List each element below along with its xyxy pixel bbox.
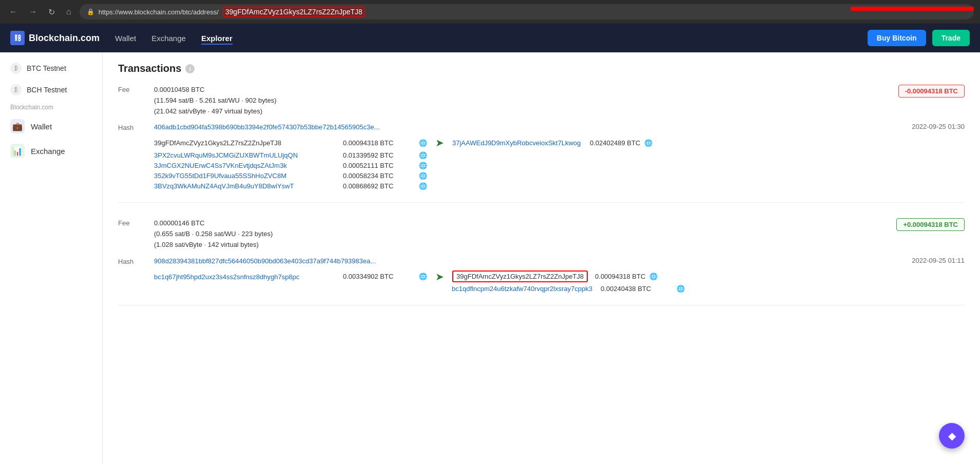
forward-button[interactable]: → [26,6,40,17]
browser-chrome: ← → ↻ ⌂ 🔒 https://www.blockchain.com/btc… [0,0,980,24]
tx1-fee-detail2: (21.042 sat/vByte · 497 virtual bytes) [154,106,276,117]
tx1-hash-link[interactable]: 406adb1cbd904fa5398b690bb3394e2f0fe57430… [154,123,380,131]
lock-icon: 🔒 [87,8,94,15]
tx1-input-1-addr[interactable]: 3PX2cvuLWRquM9sJCMGiZUXBWTmULUjqQN [154,151,298,159]
tx2-input-0-addr[interactable]: bc1q67jht95hpd2uxz3s4ss2snfnsz8dhygh7sp8… [154,273,299,281]
info-icon: i [185,64,195,73]
transaction-block-1: Fee 0.00010458 BTC (11.594 sat/B · 5.261… [118,85,965,203]
tx2-hash-link[interactable]: 908d28394381bbf827dfc56446050b90bd063e40… [154,257,376,265]
tx2-hash-row: Hash 908d28394381bbf827dfc56446050b90bd0… [118,257,965,265]
url-highlighted: 39gFDfAmcZVyz1Gkys2LZ7rsZ2ZnJpeTJ8 [223,7,365,17]
bch-testnet-label: BCH Testnet [27,86,67,94]
nav-explorer[interactable]: Explorer [201,32,233,45]
tx2-input-0: bc1q67jht95hpd2uxz3s4ss2snfnsz8dhygh7sp8… [154,270,965,283]
btc-icon: ₿ [10,63,22,74]
tx1-output-0-addr[interactable]: 37jAAWEdJ9D9mXybRobcveioxSkt7Lkwog [452,139,581,147]
tx2-fee-value: 0.00000146 BTC (0.655 sat/B · 0.258 sat/… [154,218,273,250]
sidebar-item-exchange[interactable]: 📊 Exchange [0,139,102,163]
tx1-input-1: 3PX2cvuLWRquM9sJCMGiZUXBWTmULUjqQN 0.013… [154,151,965,159]
exchange-label: Exchange [31,147,65,156]
tx2-badge: +0.00094318 BTC [896,218,965,231]
page-title-text: Transactions [118,63,181,74]
trade-button[interactable]: Trade [932,30,970,46]
tx2-output-1: bc1qdflncpm24u6tzkafw740rvqpr2lxsray7cpp… [154,285,965,293]
sidebar-item-wallet[interactable]: 💼 Wallet [0,114,102,139]
tx1-fee-row: Fee 0.00010458 BTC (11.594 sat/B · 5.261… [118,85,276,117]
exchange-icon: 📊 [10,144,25,158]
tx1-input-0: 39gFDfAmcZVyz1Gkys2LZ7rsZ2ZnJpeTJ8 0.000… [154,137,965,149]
tx2-fee-row: Fee 0.00000146 BTC (0.655 sat/B · 0.258 … [118,218,273,250]
main-layout: ₿ BTC Testnet ₿ BCH Testnet Blockchain.c… [0,52,980,464]
page-title: Transactions i [118,63,965,74]
tx1-fee-detail1: (11.594 sat/B · 5.261 sat/WU · 902 bytes… [154,95,276,106]
navbar-right: Buy Bitcoin Trade [868,30,970,46]
wallet-label: Wallet [31,122,52,131]
tx2-date: 2022-09-25 01:11 [912,257,965,264]
sidebar-separator: Blockchain.com [0,101,102,114]
eth-icon: ◆ [948,430,956,442]
sidebar: ₿ BTC Testnet ₿ BCH Testnet Blockchain.c… [0,52,103,464]
sidebar-item-btc-testnet[interactable]: ₿ BTC Testnet [0,57,102,79]
transaction-block-2: Fee 0.00000146 BTC (0.655 sat/B · 0.258 … [118,218,965,305]
tx1-fee-amount: 0.00010458 BTC [154,85,276,95]
fee-label-1: Fee [118,85,154,117]
hash-label-2: Hash [118,257,154,265]
logo-text: Blockchain.com [29,33,100,44]
tx2-fee-detail1: (0.655 sat/B · 0.258 sat/WU · 223 bytes) [154,229,273,240]
content-area: Transactions i Fee 0.00010458 BTC (11.59… [103,52,980,464]
red-highlight-bar [851,7,974,11]
tx2-io: bc1q67jht95hpd2uxz3s4ss2snfnsz8dhygh7sp8… [118,270,965,293]
bch-icon: ₿ [10,84,22,95]
refresh-button[interactable]: ↻ [45,6,58,18]
tx1-io: 39gFDfAmcZVyz1Gkys2LZ7rsZ2ZnJpeTJ8 0.000… [118,137,965,190]
tx1-input-3: 352k9vTG55tDd1F9Ufvaua55SShHoZVC8M 0.000… [154,171,965,180]
navbar: ⛓ Blockchain.com Wallet Exchange Explore… [0,24,980,52]
tx1-date: 2022-09-25 01:30 [912,123,965,130]
logo-icon: ⛓ [10,31,25,45]
tx2-fee-detail2: (1.028 sat/vByte · 142 virtual bytes) [154,240,273,250]
sidebar-item-bch-testnet[interactable]: ₿ BCH Testnet [0,79,102,101]
url-prefix: https://www.blockchain.com/btc/address/ [99,8,219,16]
address-bar[interactable]: 🔒 https://www.blockchain.com/btc/address… [80,4,974,20]
tx1-badge: -0.00094318 BTC [898,85,965,98]
tx1-input-3-addr[interactable]: 352k9vTG55tDd1F9Ufvaua55SShHoZVC8M [154,172,286,180]
home-button[interactable]: ⌂ [63,6,74,17]
arrow-icon-0: ➤ [435,137,444,149]
back-button[interactable]: ← [6,6,21,17]
hash-label-1: Hash [118,123,154,131]
buy-bitcoin-button[interactable]: Buy Bitcoin [868,30,926,46]
tx1-hash-row: Hash 406adb1cbd904fa5398b690bb3394e2f0fe… [118,123,965,131]
wallet-icon: 💼 [10,119,25,133]
nav-wallet[interactable]: Wallet [115,32,136,45]
fee-label-2: Fee [118,218,154,250]
tx1-input-2: 3JmCGX2NUErwC4Ss7VKnEvtjdqsZAtJm3k 0.000… [154,161,965,169]
globe-icon-0: 🌐 [419,139,427,147]
eth-fab-button[interactable]: ◆ [939,423,965,449]
tx2-output-0-highlighted: 39gFDfAmcZVyz1Gkys2LZ7rsZ2ZnJpeTJ8 [452,270,588,282]
logo: ⛓ Blockchain.com [10,31,100,45]
arrow-icon-tx2: ➤ [435,270,444,283]
tx1-input-2-addr[interactable]: 3JmCGX2NUErwC4Ss7VKnEvtjdqsZAtJm3k [154,162,287,169]
tx1-input-0-addr: 39gFDfAmcZVyz1Gkys2LZ7rsZ2ZnJpeTJ8 [154,139,339,147]
btc-testnet-label: BTC Testnet [27,64,66,72]
tx2-output-0-addr: 39gFDfAmcZVyz1Gkys2LZ7rsZ2ZnJpeTJ8 [456,273,584,280]
tx2-fee-amount: 0.00000146 BTC [154,218,273,229]
nav-exchange[interactable]: Exchange [151,32,186,45]
tx1-input-4-addr[interactable]: 3BVzq3WkAMuNZ4AqVJmB4u9uY8D8wiYswT [154,182,294,190]
tx1-input-4: 3BVzq3WkAMuNZ4AqVJmB4u9uY8D8wiYswT 0.008… [154,182,965,190]
tx2-output-1-addr[interactable]: bc1qdflncpm24u6tzkafw740rvqpr2lxsray7cpp… [452,285,592,293]
tx1-fee-value: 0.00010458 BTC (11.594 sat/B · 5.261 sat… [154,85,276,117]
